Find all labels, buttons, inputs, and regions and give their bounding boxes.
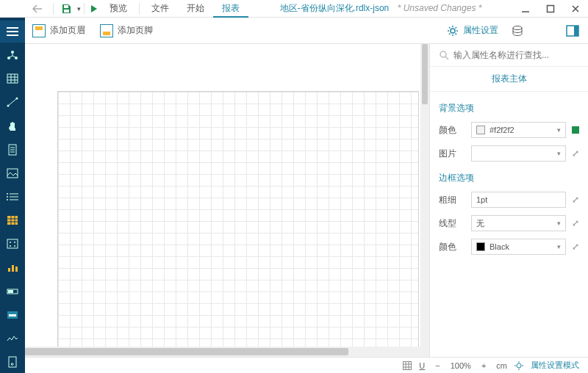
window-close-button[interactable]	[563, 0, 588, 18]
prop-row-bg-color: 颜色 #f2f2f2 ▾	[439, 122, 579, 138]
svg-rect-25	[64, 5, 68, 8]
window-minimize-button[interactable]	[513, 0, 538, 18]
property-search-input[interactable]	[453, 50, 579, 60]
horizontal-scrollbar[interactable]	[25, 347, 429, 357]
vertical-scrollbar[interactable]	[420, 44, 429, 347]
expand-icon[interactable]: ⤢	[572, 195, 579, 205]
prop-row-border-color: 颜色 Black ▾ ⤢	[439, 239, 579, 255]
svg-point-10	[7, 199, 8, 200]
svg-rect-3	[7, 74, 18, 83]
unsaved-indicator: * Unsaved Changes *	[398, 3, 482, 13]
svg-rect-23	[9, 314, 16, 316]
sidebar-item-band[interactable]	[0, 304, 25, 326]
sidebar-item-line[interactable]	[0, 91, 25, 113]
prop-label-style: 线型	[439, 217, 465, 230]
section-title-border: 边框选项	[439, 172, 579, 184]
svg-point-13	[10, 242, 11, 243]
svg-rect-17	[8, 268, 10, 272]
unit-label[interactable]: cm	[496, 361, 507, 370]
zoom-in-button[interactable]: +	[478, 361, 489, 370]
ribbon: 添加页眉 添加页脚 属性设置	[25, 18, 588, 44]
sidebar-item-grid[interactable]	[0, 68, 25, 90]
mode-label[interactable]: 属性设置模式	[531, 360, 579, 371]
svg-rect-33	[404, 361, 412, 369]
bg-color-value: #f2f2f2	[490, 126, 514, 134]
border-color-field[interactable]: Black ▾	[471, 239, 566, 255]
add-page-header-button[interactable]: 添加页眉	[25, 24, 93, 37]
zoom-out-button[interactable]: −	[432, 361, 442, 370]
separator	[84, 3, 85, 15]
svg-rect-11	[7, 216, 18, 225]
toggle-panel-button[interactable]	[537, 25, 579, 37]
border-style-field[interactable]: 无 ▾	[471, 215, 566, 231]
window-maximize-button[interactable]	[538, 0, 563, 18]
gear-icon	[447, 25, 459, 37]
page-footer-icon	[100, 24, 113, 37]
scrollbar-thumb[interactable]	[422, 44, 428, 104]
sidebar-item-table[interactable]	[0, 209, 25, 231]
report-page[interactable]	[57, 91, 419, 357]
sidebar-item-subreport[interactable]	[0, 351, 25, 373]
sidebar-item-hamburger[interactable]	[0, 21, 25, 43]
canvas-area[interactable]	[25, 44, 429, 357]
svg-point-34	[517, 363, 521, 368]
tab-preview[interactable]: 预览	[101, 0, 136, 17]
tab-report[interactable]: 报表	[213, 1, 248, 18]
expand-icon[interactable]: ⤢	[572, 218, 579, 228]
color-swatch	[476, 242, 485, 251]
scrollbar-thumb[interactable]	[25, 348, 348, 355]
bg-color-field[interactable]: #f2f2f2 ▾	[471, 122, 566, 138]
color-indicator[interactable]	[572, 126, 579, 134]
sidebar-item-nodes[interactable]	[0, 44, 25, 66]
tab-file[interactable]: 文件	[143, 0, 178, 17]
sidebar-item-spark[interactable]	[0, 327, 25, 350]
sidebar-item-gauge[interactable]	[0, 280, 25, 303]
properties-panel: 报表主体 背景选项 颜色 #f2f2f2 ▾ 图片 ▾ ⤢ 边框选项	[429, 44, 588, 357]
properties-panel-button[interactable]: 属性设置	[447, 24, 498, 37]
save-dropdown-icon[interactable]: ▾	[77, 5, 81, 12]
status-bar: U − 100% + cm 属性设置模式	[25, 357, 588, 373]
nav-back-icon[interactable]	[25, 4, 50, 13]
sidebar-item-hand[interactable]	[0, 115, 25, 137]
chevron-down-icon: ▾	[557, 220, 561, 227]
svg-rect-7	[7, 169, 18, 178]
mode-icon[interactable]	[514, 361, 523, 370]
prop-label-color: 颜色	[439, 124, 465, 137]
border-color-value: Black	[490, 242, 509, 251]
tab-start[interactable]: 开始	[178, 0, 213, 17]
separator	[139, 3, 140, 15]
preview-play-icon[interactable]	[87, 4, 101, 13]
svg-point-9	[7, 196, 8, 198]
expand-icon[interactable]: ⤢	[572, 148, 579, 159]
data-panel-button[interactable]	[512, 25, 523, 37]
selection-breadcrumb[interactable]: 报表主体	[430, 67, 588, 92]
svg-point-8	[7, 193, 8, 195]
sidebar-item-doc[interactable]	[0, 139, 25, 161]
chevron-down-icon: ▾	[557, 150, 561, 157]
prop-row-border-style: 线型 无 ▾ ⤢	[439, 215, 579, 231]
svg-point-14	[14, 242, 15, 243]
database-icon	[512, 25, 523, 37]
svg-rect-19	[15, 267, 18, 272]
svg-rect-26	[64, 10, 69, 12]
sidebar-item-image[interactable]	[0, 162, 25, 184]
svg-rect-18	[12, 265, 14, 272]
magnet-icon[interactable]: U	[419, 361, 425, 370]
sidebar-item-list[interactable]	[0, 186, 25, 208]
svg-rect-12	[7, 239, 18, 248]
sidebar-item-barchart[interactable]	[0, 256, 25, 278]
add-page-footer-label: 添加页脚	[118, 24, 153, 37]
document-title: 地区-省份纵向深化.rdlx-json * Unsaved Changes *	[248, 2, 513, 15]
chevron-down-icon: ▾	[557, 243, 561, 250]
svg-rect-27	[548, 5, 554, 12]
add-page-footer-button[interactable]: 添加页脚	[93, 24, 160, 37]
prop-row-border-width: 粗细 1pt ⤢	[439, 192, 579, 208]
grid-toggle-icon[interactable]	[403, 361, 412, 370]
sidebar-item-matrix[interactable]	[0, 233, 25, 255]
border-width-field[interactable]: 1pt	[471, 192, 566, 208]
property-search[interactable]	[430, 44, 588, 67]
expand-icon[interactable]: ⤢	[572, 242, 579, 252]
color-swatch	[476, 126, 485, 134]
save-button[interactable]	[57, 4, 76, 14]
bg-image-field[interactable]: ▾	[471, 145, 566, 162]
